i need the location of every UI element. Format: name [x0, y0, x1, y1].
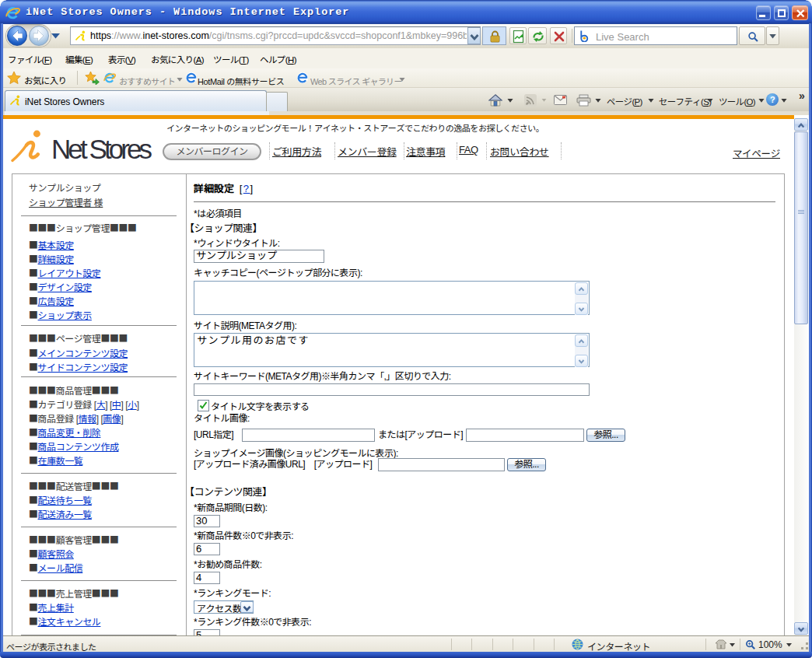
svg-text:Net Stores: Net Stores [51, 134, 152, 164]
